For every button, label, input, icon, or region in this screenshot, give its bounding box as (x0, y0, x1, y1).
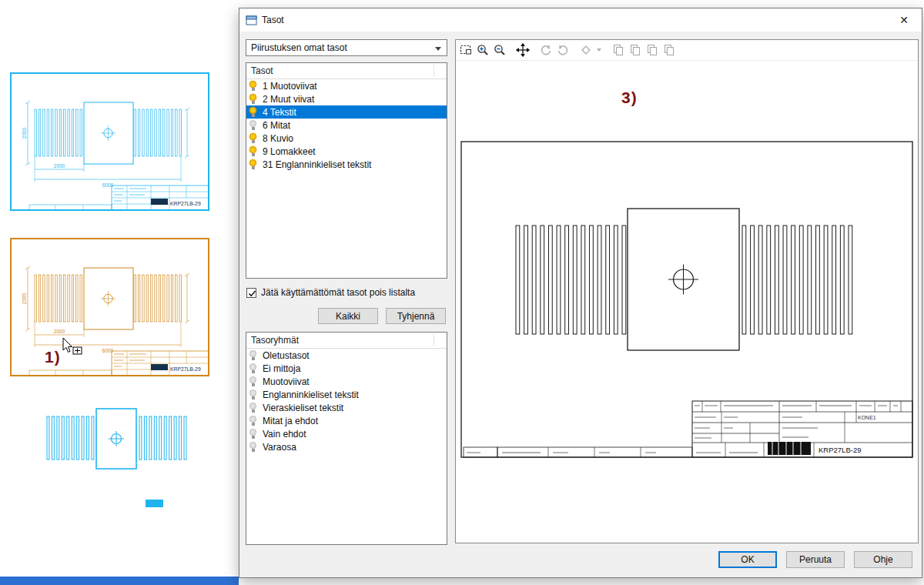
dropdown-caret-icon (595, 42, 603, 58)
layers-dialog: Tasot ✕ Piirustuksen omat tasot 2) Tasot… (239, 8, 922, 578)
groups-column-header[interactable]: Tasoryhmät (246, 333, 447, 349)
list-row[interactable]: 1 Muotoviivat (246, 79, 447, 92)
checkbox-box[interactable] (246, 288, 256, 298)
list-row[interactable]: 4 Tekstit (246, 105, 447, 119)
list-row[interactable]: 6 Mitat (246, 119, 447, 132)
bulb-icon[interactable] (249, 363, 258, 374)
copy-page-icon-2 (628, 42, 643, 58)
all-button[interactable]: Kaikki (318, 308, 378, 324)
zoom-in-icon[interactable] (475, 42, 490, 58)
list-row-label: 2 Muut viivat (263, 94, 314, 105)
list-row-label: Vieraskieliset tekstit (263, 403, 343, 413)
copy-page-icon-4 (661, 42, 677, 58)
ok-button[interactable]: OK (718, 551, 777, 568)
rotate-ccw-icon (538, 42, 554, 58)
list-row[interactable]: 31 Englanninkieliset tekstit (246, 158, 447, 171)
list-row[interactable]: Vieraskieliset tekstit (246, 401, 447, 414)
layer-source-select[interactable]: Piirustuksen omat tasot (246, 39, 447, 56)
list-row-label: 1 Muotoviivat (263, 81, 317, 92)
bulb-icon[interactable] (249, 159, 258, 170)
titleblock-drawing-number: KRP27LB-29 (819, 446, 861, 454)
chevron-down-icon (435, 47, 441, 51)
layer-groups-listbox: Tasoryhmät Oletustasot Ei mittoja Muotov… (246, 332, 447, 545)
background-drawing-middle[interactable] (8, 235, 216, 385)
list-row[interactable]: 8 Kuvio (246, 132, 447, 145)
bulb-icon[interactable] (249, 441, 258, 453)
close-button[interactable]: ✕ (886, 8, 922, 32)
bulb-icon[interactable] (249, 119, 258, 131)
bulb-icon[interactable] (249, 402, 258, 413)
list-row[interactable]: Mitat ja ehdot (246, 414, 447, 427)
rotate-cw-icon (555, 42, 571, 58)
bulb-icon[interactable] (249, 376, 258, 387)
bulb-icon[interactable] (249, 349, 258, 361)
copy-page-icon-1 (611, 42, 626, 58)
previous-view-icon (578, 42, 594, 58)
clear-button[interactable]: Tyhjennä (386, 308, 446, 324)
list-row[interactable]: Vain ehdot (246, 427, 447, 440)
annotation-step-1: 1) (45, 348, 61, 366)
copy-page-icon-3 (644, 42, 660, 58)
window-icon (246, 15, 257, 25)
list-row-label: 31 Englanninkieliset tekstit (263, 159, 371, 170)
hide-unused-checkbox[interactable]: Jätä käyttämättömät tasot pois listalta (246, 287, 415, 298)
background-selection-rect (146, 500, 163, 507)
list-row[interactable]: Muotoviivat (246, 375, 447, 388)
preview-toolbar (456, 40, 918, 61)
list-row-label: Mitat ja ehdot (263, 416, 318, 426)
bulb-icon[interactable] (249, 415, 258, 426)
bulb-icon[interactable] (249, 93, 258, 105)
layers-listbox: Tasot 1 Muotoviivat 2 Muut viivat 4 Teks… (246, 62, 447, 279)
bulb-icon[interactable] (249, 132, 258, 144)
bulb-icon[interactable] (249, 428, 258, 440)
background-drawing-top[interactable] (8, 69, 216, 219)
cancel-button[interactable]: Peruuta (786, 551, 845, 568)
list-row-label: Vain ehdot (263, 429, 306, 440)
groups-list: Oletustasot Ei mittoja Muotoviivat Engla… (246, 349, 447, 453)
list-row-label: Oletustasot (263, 350, 310, 361)
help-button[interactable]: Ohje (854, 551, 912, 568)
list-row-label: 4 Tekstit (263, 107, 296, 118)
list-row-label: 9 Lomakkeet (263, 146, 316, 157)
bulb-icon[interactable] (249, 389, 258, 400)
bulb-icon[interactable] (249, 145, 258, 157)
dialog-titlebar[interactable]: Tasot ✕ (239, 8, 922, 32)
list-row-label: Muotoviivat (263, 376, 310, 387)
taskbar-strip (0, 577, 239, 585)
list-row[interactable]: Englanninkieliset tekstit (246, 388, 447, 401)
pan-icon[interactable] (515, 42, 531, 58)
list-row-label: 8 Kuvio (263, 133, 293, 144)
list-row[interactable]: 2 Muut viivat (246, 92, 447, 105)
list-row-label: 6 Mitat (263, 120, 290, 131)
mouse-cursor (62, 337, 85, 360)
layer-source-value: Piirustuksen omat tasot (251, 42, 347, 53)
preview-drawing[interactable]: KONE1 KRP27LB-29 (456, 61, 918, 545)
background-drawing-bottom[interactable] (42, 404, 192, 477)
preview-panel: KONE1 KRP27LB-29 (455, 39, 919, 543)
list-row[interactable]: Oletustasot (246, 349, 447, 362)
list-row[interactable]: Varaosa (246, 440, 447, 453)
list-row-label: Englanninkieliset tekstit (263, 389, 359, 400)
bulb-icon[interactable] (249, 106, 258, 118)
zoom-window-icon[interactable] (458, 42, 474, 58)
titleblock-company-label: KONE1 (858, 415, 876, 420)
check-icon (247, 289, 257, 299)
list-row-label: Varaosa (263, 442, 296, 453)
layers-column-header[interactable]: Tasot (246, 63, 447, 79)
checkbox-label: Jätä käyttämättömät tasot pois listalta (261, 287, 415, 298)
layers-list: 1 Muotoviivat 2 Muut viivat 4 Tekstit 6 … (246, 79, 447, 171)
zoom-out-icon[interactable] (492, 42, 507, 58)
bulb-icon[interactable] (249, 80, 258, 92)
desktop: 2000 2000 6000 (0, 0, 924, 585)
list-row[interactable]: 9 Lomakkeet (246, 145, 447, 158)
dialog-title: Tasot (262, 15, 284, 25)
annotation-step-3: 3) (621, 89, 638, 107)
list-row-label: Ei mittoja (263, 363, 300, 374)
list-row[interactable]: Ei mittoja (246, 362, 447, 375)
